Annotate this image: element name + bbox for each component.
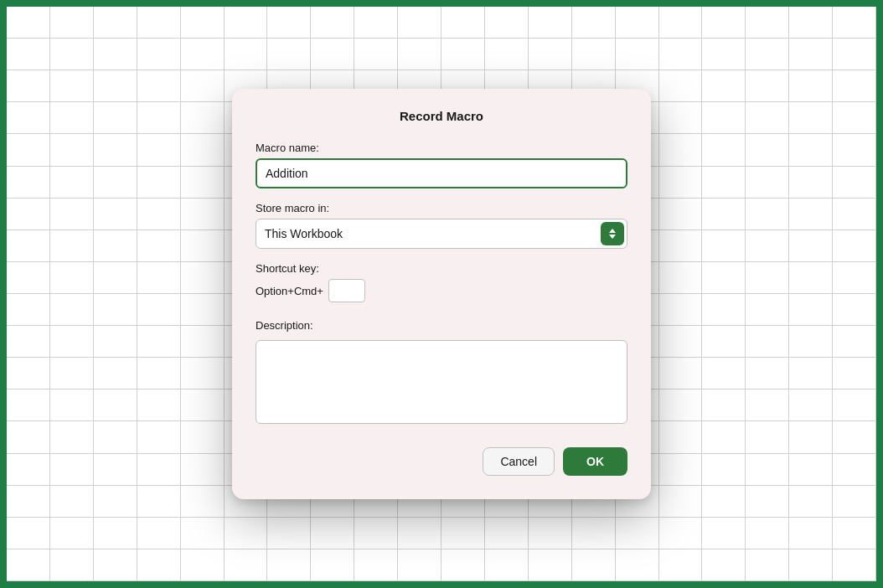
spreadsheet-cell <box>789 167 833 199</box>
spreadsheet-cell <box>50 199 94 230</box>
spreadsheet-cell <box>7 230 50 262</box>
spreadsheet-cell <box>7 358 50 389</box>
spreadsheet-cell <box>789 134 833 166</box>
spreadsheet-cell <box>485 549 529 581</box>
spreadsheet-cell <box>181 102 225 134</box>
spreadsheet-cell <box>702 167 746 199</box>
spreadsheet-cell <box>94 39 137 70</box>
description-textarea[interactable] <box>256 340 627 424</box>
spreadsheet-cell <box>789 230 833 262</box>
spreadsheet-cell <box>7 421 50 453</box>
spreadsheet-cell <box>137 199 181 230</box>
record-macro-dialog: Record Macro Macro name: Store macro in:… <box>232 89 651 499</box>
spreadsheet-cell <box>833 134 876 166</box>
spreadsheet-cell <box>746 389 789 421</box>
spreadsheet-cell <box>746 486 789 518</box>
ok-button[interactable]: OK <box>563 447 627 476</box>
spreadsheet-cell <box>7 518 50 549</box>
spreadsheet-cell <box>485 39 529 70</box>
spreadsheet-cell <box>181 134 225 166</box>
spreadsheet-cell <box>746 454 789 486</box>
spreadsheet-cell <box>789 389 833 421</box>
spreadsheet-cell <box>833 294 876 326</box>
spreadsheet-cell <box>94 199 137 230</box>
spreadsheet-cell <box>529 518 572 549</box>
spreadsheet-cell <box>225 7 268 39</box>
shortcut-key-input[interactable] <box>328 279 365 302</box>
spreadsheet-cell <box>616 7 659 39</box>
spreadsheet-cell <box>94 262 137 294</box>
spreadsheet-cell <box>137 421 181 453</box>
macro-name-label: Macro name: <box>256 142 627 154</box>
spreadsheet-cell <box>529 549 572 581</box>
spreadsheet-cell <box>7 199 50 230</box>
spreadsheet-cell <box>7 454 50 486</box>
spreadsheet-cell <box>7 70 50 102</box>
spreadsheet-cell <box>137 486 181 518</box>
spreadsheet-cell <box>616 518 659 549</box>
spreadsheet-cell <box>181 230 225 262</box>
spreadsheet-cell <box>746 7 789 39</box>
spreadsheet-cell <box>746 358 789 389</box>
spreadsheet-cell <box>746 167 789 199</box>
spreadsheet-cell <box>659 549 703 581</box>
spreadsheet-cell <box>746 39 789 70</box>
spreadsheet-cell <box>311 39 354 70</box>
spreadsheet-cell <box>181 486 225 518</box>
spreadsheet-cell <box>789 199 833 230</box>
spreadsheet-cell <box>94 421 137 453</box>
spreadsheet-cell <box>572 549 616 581</box>
spreadsheet-cell <box>181 7 225 39</box>
spreadsheet-cell <box>746 326 789 358</box>
spreadsheet-cell <box>833 389 876 421</box>
spreadsheet-cell <box>181 39 225 70</box>
spreadsheet-cell <box>659 199 703 230</box>
spreadsheet-cell <box>354 518 398 549</box>
cancel-button[interactable]: Cancel <box>483 447 555 476</box>
spreadsheet-cell <box>267 7 311 39</box>
spreadsheet-cell <box>94 70 137 102</box>
spreadsheet-cell <box>354 7 398 39</box>
spreadsheet-cell <box>50 7 94 39</box>
spreadsheet-cell <box>50 134 94 166</box>
spreadsheet-cell <box>267 39 311 70</box>
spreadsheet-cell <box>7 102 50 134</box>
spreadsheet-cell <box>702 134 746 166</box>
spreadsheet-cell <box>398 518 442 549</box>
spreadsheet-cell <box>659 262 703 294</box>
button-row: Cancel OK <box>256 447 627 476</box>
spreadsheet-cell <box>7 389 50 421</box>
spreadsheet-cell <box>789 454 833 486</box>
spreadsheet-cell <box>354 549 398 581</box>
store-macro-select[interactable]: This WorkbookNew WorkbookPersonal Macro … <box>256 219 627 249</box>
spreadsheet-cell <box>50 230 94 262</box>
spreadsheet-cell <box>746 199 789 230</box>
spreadsheet-cell <box>702 326 746 358</box>
spreadsheet-cell <box>7 134 50 166</box>
spreadsheet-cell <box>659 167 703 199</box>
spreadsheet-cell <box>50 262 94 294</box>
spreadsheet-cell <box>746 421 789 453</box>
spreadsheet-cell <box>398 549 442 581</box>
spreadsheet-cell <box>789 486 833 518</box>
store-macro-label: Store macro in: <box>256 202 627 214</box>
shortcut-key-group: Shortcut key: Option+Cmd+ <box>256 262 627 302</box>
spreadsheet-cell <box>702 518 746 549</box>
macro-name-input[interactable] <box>256 158 627 188</box>
spreadsheet-cell <box>702 102 746 134</box>
spreadsheet-cell <box>746 518 789 549</box>
spreadsheet-cell <box>833 454 876 486</box>
spreadsheet-cell <box>529 39 572 70</box>
spreadsheet-cell <box>659 294 703 326</box>
spreadsheet-cell <box>833 102 876 134</box>
spreadsheet-cell <box>225 518 268 549</box>
spreadsheet-cell <box>181 262 225 294</box>
spreadsheet-cell <box>702 549 746 581</box>
spreadsheet-cell <box>702 486 746 518</box>
spreadsheet-cell <box>702 262 746 294</box>
spreadsheet-cell <box>94 518 137 549</box>
spreadsheet-cell <box>7 262 50 294</box>
spreadsheet-cell <box>789 358 833 389</box>
spreadsheet-cell <box>616 549 659 581</box>
spreadsheet-cell <box>789 294 833 326</box>
